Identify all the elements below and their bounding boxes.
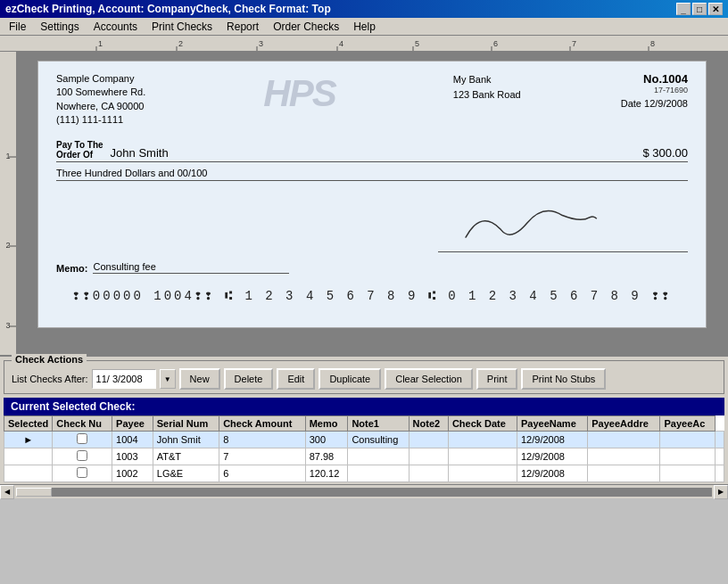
scroll-right-button[interactable]: ▶ (714, 485, 728, 499)
print-button[interactable]: Print (476, 368, 518, 390)
scroll-track[interactable] (16, 488, 712, 497)
menu-help[interactable]: Help (346, 19, 383, 35)
hps-logo: HPS (263, 72, 335, 115)
new-button[interactable]: New (179, 368, 220, 390)
table-header-row: Selected Check Nu Payee Serial Num Check… (4, 416, 724, 432)
amount-box: $ 300.00 (642, 146, 688, 160)
memo-value: Consulting fee (93, 261, 289, 274)
col-check-date: Check Date (448, 416, 517, 432)
company-name: Sample Company (56, 72, 145, 86)
date-dropdown-button[interactable]: ▼ (160, 369, 176, 389)
row-checkbox[interactable] (77, 433, 87, 444)
check-number-section: No.1004 17-71690 Date 12/9/2008 (621, 72, 688, 109)
menu-print-checks[interactable]: Print Checks (145, 19, 219, 35)
signature-area (56, 199, 688, 252)
cell-checkNum: 1002 (112, 465, 153, 482)
cell-amount: 120.12 (305, 465, 348, 482)
menu-file[interactable]: File (2, 19, 33, 35)
bank-name: My Bank (453, 72, 521, 87)
cell-serialNum: 7 (219, 448, 305, 465)
title-bar: ezCheck Printing, Account: CompanyCheck,… (0, 0, 728, 18)
row-checkbox-cell[interactable] (53, 465, 112, 482)
payee-name: John Smith (111, 146, 634, 160)
col-amount: Check Amount (219, 416, 305, 432)
cell-payeeName (588, 465, 660, 482)
row-checkbox[interactable] (77, 450, 87, 461)
cell-memo (348, 448, 409, 465)
cell-amount: 87.98 (305, 448, 348, 465)
ruler: 1 2 3 4 5 6 7 8 (0, 36, 728, 52)
check-no-value: 1004 (662, 72, 688, 86)
check-date: 12/9/2008 (644, 98, 688, 109)
check-container: Sample Company 100 Somewhere Rd. Nowhere… (16, 52, 728, 355)
svg-rect-0 (0, 36, 728, 52)
col-note2: Note2 (409, 416, 448, 432)
table-row[interactable]: 1002LG&E6120.1212/9/2008 (4, 465, 724, 482)
menu-settings[interactable]: Settings (33, 19, 86, 35)
edit-button[interactable]: Edit (277, 368, 315, 390)
col-note1: Note1 (348, 416, 409, 432)
col-serial: Serial Num (153, 416, 219, 432)
date-label: Date (621, 98, 641, 109)
svg-text:6: 6 (493, 39, 498, 48)
signature-line (438, 251, 688, 252)
minimize-button[interactable]: _ (676, 3, 691, 15)
bank-info: My Bank 123 Bank Road (453, 72, 521, 102)
row-checkbox-cell[interactable] (53, 448, 112, 465)
clear-selection-button[interactable]: Clear Selection (385, 368, 473, 390)
menu-order-checks[interactable]: Order Checks (266, 19, 346, 35)
svg-text:2: 2 (5, 241, 10, 250)
duplicate-button[interactable]: Duplicate (318, 368, 381, 390)
menu-bar: File Settings Accounts Print Checks Repo… (0, 18, 728, 36)
pay-to-row: Pay To TheOrder Of John Smith $ 300.00 (56, 140, 688, 162)
check-no: No.1004 (621, 72, 688, 86)
col-memo: Memo (305, 416, 348, 432)
col-payee-addr: PayeeAddre (588, 416, 660, 432)
h-scrollbar[interactable]: ◀ ▶ (0, 484, 728, 498)
svg-text:1: 1 (5, 152, 10, 160)
maximize-button[interactable]: □ (692, 3, 707, 15)
row-checkbox-cell[interactable] (53, 432, 112, 448)
delete-button[interactable]: Delete (224, 368, 274, 390)
svg-text:7: 7 (572, 39, 576, 48)
svg-text:5: 5 (415, 39, 419, 48)
cell-payee: AT&T (153, 448, 219, 465)
row-checkbox[interactable] (77, 467, 87, 478)
table-row[interactable]: ►1004John Smit8300Consulting12/9/2008 (4, 432, 724, 448)
pay-to-label: Pay To TheOrder Of (56, 140, 103, 160)
menu-accounts[interactable]: Accounts (87, 19, 145, 35)
actions-row: List Checks After: ▼ New Delete Edit Dup… (12, 368, 716, 390)
row-indicator (4, 465, 53, 482)
bank-addr: 123 Bank Road (453, 87, 521, 103)
cell-checkDate: 12/9/2008 (517, 448, 588, 465)
memo-label: Memo: (56, 263, 87, 274)
cell-checkDate: 12/9/2008 (517, 432, 588, 448)
col-selected: Selected (4, 416, 53, 432)
cell-note2 (448, 465, 517, 482)
svg-text:1: 1 (98, 39, 103, 48)
check: Sample Company 100 Somewhere Rd. Nowhere… (37, 61, 707, 328)
micr-line: ❢❢00000 1004❢❢ ⑆ 1 2 3 4 5 6 7 8 9 ⑆ 0 1… (56, 288, 688, 303)
current-check-label: Current Selected Check: (11, 400, 135, 413)
cell-checkNum: 1004 (112, 432, 153, 448)
cell-payeeAddr (660, 448, 715, 465)
table-row[interactable]: 1003AT&T787.9812/9/2008 (4, 448, 724, 465)
date-row: Date 12/9/2008 (621, 98, 688, 109)
cell-serialNum: 8 (219, 432, 305, 448)
date-filter-input[interactable] (92, 369, 156, 389)
cell-payeeAddr (660, 465, 715, 482)
check-table-body: ►1004John Smit8300Consulting12/9/2008100… (4, 432, 724, 482)
svg-text:8: 8 (650, 39, 655, 48)
row-indicator (4, 448, 53, 465)
signature (454, 190, 601, 258)
bottom-panel: Check Actions List Checks After: ▼ New D… (0, 355, 728, 498)
scroll-thumb[interactable] (16, 488, 52, 497)
close-button[interactable]: ✕ (708, 3, 723, 15)
menu-report[interactable]: Report (219, 19, 266, 35)
svg-rect-17 (0, 52, 16, 355)
cell-payeeAc (715, 465, 724, 482)
print-no-stubs-button[interactable]: Print No Stubs (521, 368, 606, 390)
svg-text:4: 4 (339, 39, 343, 48)
scroll-left-button[interactable]: ◀ (0, 485, 14, 499)
check-amount: 300.00 (652, 146, 688, 160)
